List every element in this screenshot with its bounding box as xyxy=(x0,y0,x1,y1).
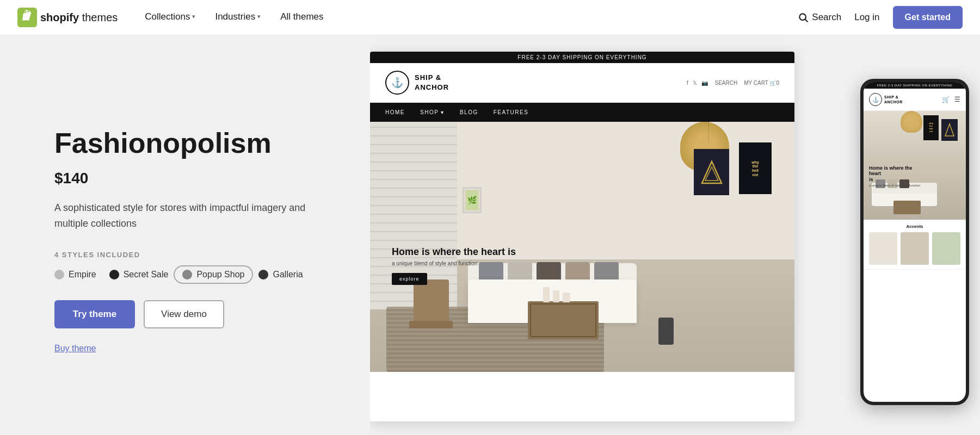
leaf-icon: 🌿 xyxy=(467,196,477,204)
get-started-button[interactable]: Get started xyxy=(893,6,963,29)
right-panel: FREE 2-3 DAY SHIPPING ON EVERYTHING ⚓ SH… xyxy=(370,35,980,435)
style-empire[interactable]: Empire xyxy=(54,270,96,279)
style-popup-shop[interactable]: Popup Shop xyxy=(174,265,253,284)
lantern xyxy=(658,318,674,345)
galleria-label: Galleria xyxy=(273,270,303,279)
nav-collections[interactable]: Collections ▾ xyxy=(135,0,205,35)
nav-industries[interactable]: Industries ▾ xyxy=(205,0,270,35)
candle-1 xyxy=(543,287,550,302)
mobile-logo-icon: ⚓ xyxy=(869,93,882,106)
mobile-pendant xyxy=(901,111,922,133)
wall-frame-inner: 🌿 xyxy=(466,190,478,210)
mobile-menu-icon: ☰ xyxy=(954,96,960,103)
navbar-right: Search Log in Get started xyxy=(798,6,963,29)
demo-nav-features: FEATURES xyxy=(494,109,529,115)
login-button[interactable]: Log in xyxy=(854,12,879,23)
art-piece-2: whythehellnot xyxy=(739,142,772,194)
mobile-art-text: whythehellnot xyxy=(929,122,933,133)
galleria-dot xyxy=(258,270,268,279)
styles-label: 4 STYLES INCLUDED xyxy=(54,251,326,259)
mobile-art-1 xyxy=(941,119,958,141)
collections-chevron-icon: ▾ xyxy=(192,13,195,20)
theme-description: A sophisticated style for stores with im… xyxy=(54,200,316,232)
demo-nav-shop: SHOP ▾ xyxy=(420,109,445,115)
search-button[interactable]: Search xyxy=(798,12,841,23)
demo-header-right: f 𝕏 📷 SEARCH MY CART 🛒0 xyxy=(687,80,779,86)
mobile-header-icons: 🛒 ☰ xyxy=(942,96,960,103)
candle-3 xyxy=(563,293,570,302)
action-buttons: Try theme View demo xyxy=(54,300,326,328)
demo-nav: HOME SHOP ▾ BLOG FEATURES xyxy=(370,103,794,122)
mobile-topbar: FREE 2-3 DAY SHIPPING ON EVERYTHING xyxy=(864,82,966,89)
svg-marker-5 xyxy=(945,124,954,136)
navbar: shopify themes Collections ▾ Industries … xyxy=(0,0,980,35)
try-theme-button[interactable]: Try theme xyxy=(54,300,135,328)
demo-hero: whythehellnot 🌿 xyxy=(370,122,794,372)
mobile-header: ⚓ SHIP & ANCHOR 🛒 ☰ xyxy=(864,89,966,111)
desktop-mockup: FREE 2-3 DAY SHIPPING ON EVERYTHING ⚓ SH… xyxy=(370,52,794,421)
style-galleria[interactable]: Galleria xyxy=(258,270,303,279)
left-panel: Fashionopolism $140 A sophisticated styl… xyxy=(0,35,370,435)
triangle-svg xyxy=(701,159,723,186)
mobile-section-title: Accents xyxy=(869,224,960,229)
main-content: Fashionopolism $140 A sophisticated styl… xyxy=(0,35,980,435)
brand-logo[interactable]: shopify themes xyxy=(17,8,118,27)
demo-nav-blog: BLOG xyxy=(460,109,478,115)
mobile-art-2: whythehellnot xyxy=(923,115,939,140)
mobile-products-section: Accents xyxy=(864,220,966,270)
mobile-hero-text: Home is where the heartis a unique blend… xyxy=(869,165,920,187)
style-options: Empire Secret Sale Popup Shop Galleria xyxy=(54,269,326,281)
svg-line-2 xyxy=(805,20,808,22)
theme-preview-wrapper: FREE 2-3 DAY SHIPPING ON EVERYTHING ⚓ SH… xyxy=(370,46,980,424)
main-nav: Collections ▾ Industries ▾ All themes xyxy=(135,0,798,35)
brand-name: shopify themes xyxy=(40,11,118,24)
hero-text-overlay: Home is where the heart is a unique blen… xyxy=(392,246,516,285)
art-triangle xyxy=(694,149,729,195)
secret-sale-dot xyxy=(109,270,119,279)
svg-point-1 xyxy=(800,14,806,20)
mobile-table xyxy=(893,201,921,214)
mobile-store-name: SHIP & ANCHOR xyxy=(884,95,903,104)
demo-header: ⚓ SHIP & ANCHOR f 𝕏 📷 SEARCH MY CART 🛒0 xyxy=(370,63,794,103)
hero-sub: a unique blend of style and function xyxy=(392,260,516,266)
demo-store-name: SHIP & ANCHOR xyxy=(415,73,449,92)
secret-sale-label: Secret Sale xyxy=(124,270,169,279)
mobile-product-2 xyxy=(901,232,929,265)
style-secret-sale[interactable]: Secret Sale xyxy=(109,270,169,279)
mobile-triangle-svg xyxy=(944,122,955,138)
svg-marker-4 xyxy=(705,167,718,181)
nav-all-themes[interactable]: All themes xyxy=(270,0,333,35)
table-frame xyxy=(530,303,596,337)
industries-chevron-icon: ▾ xyxy=(257,13,261,20)
art-piece-1 xyxy=(694,149,729,195)
shopify-bag-icon xyxy=(17,8,37,27)
demo-nav-home: HOME xyxy=(385,109,405,115)
demo-topbar: FREE 2-3 DAY SHIPPING ON EVERYTHING xyxy=(370,52,794,63)
mobile-cart-icon: 🛒 xyxy=(942,96,950,103)
chair-seat xyxy=(409,321,453,328)
mobile-screen: FREE 2-3 DAY SHIPPING ON EVERYTHING ⚓ SH… xyxy=(864,82,966,402)
mobile-products xyxy=(869,232,960,265)
popup-shop-label: Popup Shop xyxy=(196,270,244,279)
search-icon xyxy=(798,12,809,23)
mobile-product-3 xyxy=(932,232,960,265)
wall-frame: 🌿 xyxy=(463,187,482,213)
hero-cta: explore xyxy=(392,273,427,285)
candle-group xyxy=(543,287,570,302)
demo-cart: MY CART 🛒0 xyxy=(744,80,779,86)
social-icons: f 𝕏 📷 xyxy=(687,80,708,86)
theme-title: Fashionopolism xyxy=(54,128,326,159)
demo-logo-icon: ⚓ xyxy=(385,71,409,95)
theme-price: $140 xyxy=(54,170,326,187)
view-demo-button[interactable]: View demo xyxy=(144,300,224,328)
buy-theme-link[interactable]: Buy theme xyxy=(54,344,326,353)
svg-marker-3 xyxy=(702,161,722,183)
hero-headline: Home is where the heart is xyxy=(392,246,516,258)
demo-logo: ⚓ SHIP & ANCHOR xyxy=(385,71,449,95)
empire-dot xyxy=(54,270,64,279)
mobile-product-1 xyxy=(869,232,897,265)
candle-2 xyxy=(553,290,559,302)
mobile-sub: a unique blend of style and function xyxy=(869,184,920,187)
popup-shop-dot xyxy=(182,270,192,279)
mobile-headline-1: Home is where the heartis xyxy=(869,165,918,183)
